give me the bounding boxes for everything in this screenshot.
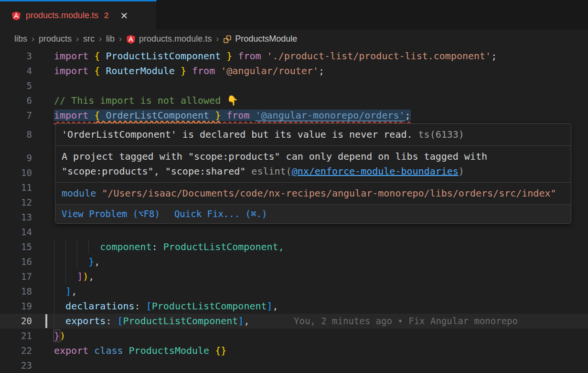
view-problem-action[interactable]: View Problem (⌥F8) (62, 207, 160, 221)
indent-guide (54, 314, 54, 329)
line-number: 16 (0, 254, 48, 269)
hover-status-bar: View Problem (⌥F8)Quick Fix... (⌘.) (55, 205, 571, 223)
indent-guide (77, 240, 77, 254)
line-text: ]), (54, 271, 94, 282)
indent-guide (54, 240, 54, 254)
indent-guide (54, 269, 54, 284)
breadcrumb-label: lib (106, 34, 115, 44)
line-content: component: ProductListComponent, (54, 240, 588, 254)
line-number: 6 (0, 93, 48, 108)
tab-bar: products.module.ts 2 ✕ (0, 0, 588, 30)
line-number: 22 (0, 343, 48, 358)
breadcrumb-item-src[interactable]: src (83, 34, 95, 44)
line-content: ], (54, 284, 588, 299)
indent-guide (54, 254, 54, 269)
indent-guide (88, 240, 89, 254)
line-content: import { ProductListComponent } from './… (54, 49, 588, 64)
code-line-20[interactable]: 20 exports: [ProductListComponent],You, … (0, 314, 588, 329)
line-content: }, (54, 254, 588, 269)
code-line-21[interactable]: 21}) (0, 329, 588, 343)
line-number: 11 (0, 180, 48, 195)
close-icon[interactable]: ✕ (120, 11, 128, 21)
line-content: ]), (54, 269, 588, 284)
line-number: 23 (0, 358, 48, 373)
tab-label: products.module.ts (26, 11, 98, 21)
breadcrumb-item-products-module-ts[interactable]: products.module.ts (126, 34, 212, 44)
breadcrumb-item-products[interactable]: products (39, 34, 72, 44)
line-number: 19 (0, 299, 48, 314)
tab-products-module[interactable]: products.module.ts 2 ✕ (0, 0, 157, 30)
angular-icon (11, 11, 21, 21)
code-line-15[interactable]: 15 component: ProductListComponent, (0, 240, 588, 254)
line-number: 17 (0, 269, 48, 284)
code-line-23[interactable]: 23 (0, 358, 588, 373)
code-line-16[interactable]: 16 }, (0, 254, 588, 269)
code-editor[interactable]: 3import { ProductListComponent } from '.… (0, 48, 588, 373)
indent-guide (54, 284, 54, 299)
error-hover-popup: 'OrderListComponent' is declared but its… (55, 123, 571, 224)
breadcrumb-separator: › (32, 34, 34, 44)
line-number: 20 (0, 314, 48, 329)
line-number: 18 (0, 284, 48, 299)
rule-doc-link[interactable]: @nx/enforce-module-boundaries (292, 165, 459, 177)
breadcrumb-label: src (83, 34, 95, 44)
line-number: 8 (0, 127, 48, 142)
code-line-3[interactable]: 3import { ProductListComponent } from '.… (0, 49, 588, 64)
breadcrumb-label: products (39, 34, 72, 44)
code-line-18[interactable]: 18 ], (0, 284, 588, 299)
breadcrumb-item-productsmodule[interactable]: ProductsModule (223, 34, 297, 44)
code-line-14[interactable]: 14 (0, 225, 588, 240)
indent-guide (54, 299, 54, 314)
line-number: 7 (0, 108, 48, 123)
line-number: 9 (0, 151, 48, 165)
line-content: import { OrderListComponent } from '@ang… (54, 108, 588, 123)
hover-message-2: A project tagged with "scope:products" c… (55, 146, 571, 183)
code-line-6[interactable]: 6// This import is not allowed 👇 (0, 93, 588, 108)
line-number: 14 (0, 225, 48, 240)
line-text: import { RouterModule } from '@angular/r… (54, 65, 324, 77)
code-line-17[interactable]: 17 ]), (0, 269, 588, 284)
code-line-22[interactable]: 22export class ProductsModule {} (0, 343, 588, 358)
line-number: 15 (0, 240, 48, 254)
line-text: import { OrderListComponent } from '@ang… (54, 110, 411, 121)
code-line-4[interactable]: 4import { RouterModule } from '@angular/… (0, 64, 588, 78)
breadcrumb-separator: › (216, 34, 219, 44)
line-content (54, 78, 588, 93)
breadcrumb-label: libs (14, 34, 27, 44)
indent-guide (77, 254, 77, 269)
line-text: ], (54, 285, 77, 297)
indent-guide (65, 269, 66, 284)
breadcrumb-separator: › (76, 34, 79, 44)
git-blame-annotation: You, 2 minutes ago • Fix Angular monorep… (294, 314, 518, 329)
indent-guide (65, 240, 66, 254)
code-line-19[interactable]: 19 declarations: [ProductListComponent], (0, 299, 588, 314)
class-icon (223, 34, 232, 43)
line-content (54, 358, 588, 373)
breadcrumb-item-libs[interactable]: libs (14, 34, 27, 44)
line-number: 21 (0, 329, 48, 343)
line-content: // This import is not allowed 👇 (54, 93, 588, 108)
line-content: declarations: [ProductListComponent], (54, 299, 588, 314)
hover-message-1: 'OrderListComponent' is declared but its… (55, 124, 571, 146)
line-number: 3 (0, 49, 48, 64)
line-number: 10 (0, 165, 48, 180)
code-line-5[interactable]: 5 (0, 78, 588, 93)
quick-fix-action[interactable]: Quick Fix... (⌘.) (174, 207, 267, 221)
tab-problems-badge: 2 (104, 11, 108, 21)
line-text: exports: [ProductListComponent], (54, 315, 249, 327)
text-cursor (45, 314, 47, 328)
breadcrumb-item-lib[interactable]: lib (106, 34, 115, 44)
breadcrumb-separator: › (119, 34, 122, 44)
hover-sections: 'OrderListComponent' is declared but its… (55, 124, 571, 205)
line-content: import { RouterModule } from '@angular/r… (54, 64, 588, 78)
breadcrumb-label: ProductsModule (235, 34, 297, 44)
line-content (54, 225, 588, 240)
line-text: }) (54, 330, 65, 341)
code-line-7[interactable]: 7import { OrderListComponent } from '@an… (0, 108, 588, 123)
line-number: 13 (0, 210, 48, 225)
line-content: }) (54, 329, 588, 343)
line-text: // This import is not allowed 👇 (54, 95, 238, 106)
breadcrumb-separator: › (99, 34, 102, 44)
line-number: 5 (0, 78, 48, 93)
line-number: 12 (0, 195, 48, 210)
